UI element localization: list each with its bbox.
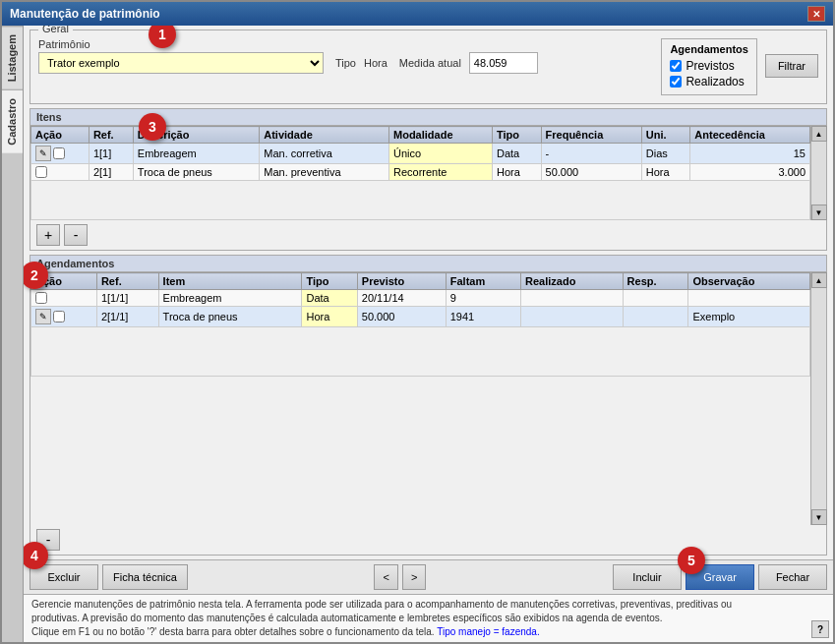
row2-modalidade: Recorrente — [389, 164, 493, 181]
row2-uni: Hora — [641, 164, 690, 181]
row1-antecedencia: 15 — [690, 144, 810, 164]
ag-edit-btn-2[interactable]: ✎ — [35, 309, 51, 324]
col-antecedencia: Antecedência — [690, 127, 810, 144]
patrimonio-select[interactable]: Trator exemplo — [38, 52, 324, 74]
agendamentos-table-wrapper: Ação Ref. Item Tipo Previsto Faltam Real… — [30, 272, 826, 525]
previstos-checkbox[interactable] — [670, 60, 682, 72]
sidebar-tab-listagem[interactable]: Listagem — [2, 26, 23, 89]
medida-label: Medida atual — [399, 57, 461, 69]
action-cell-2 — [35, 166, 85, 178]
ag-row2-resp — [623, 307, 688, 327]
status-link[interactable]: Tipo manejo = fazenda. — [437, 626, 539, 637]
realizados-checkbox[interactable] — [670, 76, 682, 88]
col-acao: Ação — [31, 127, 89, 144]
ag-col-ref: Ref. — [96, 273, 158, 290]
ag-row2-observacao: Exemplo — [688, 307, 810, 327]
row2-ref: 2[1] — [89, 164, 133, 181]
tipo-group: Tipo Hora Medida atual — [335, 52, 538, 74]
ag-row2-realizado — [521, 307, 624, 327]
status-line3-text: Clique em F1 ou no botão '?' desta barra… — [31, 626, 435, 637]
ag-col-previsto: Previsto — [357, 273, 446, 290]
row1-atividade: Man. corretiva — [260, 144, 389, 164]
row1-descricao: Embreagem — [133, 144, 259, 164]
medida-input[interactable] — [469, 52, 538, 74]
ag-row1-observacao — [688, 290, 810, 307]
next-button[interactable]: > — [402, 564, 426, 590]
scroll-down[interactable]: ▼ — [811, 205, 827, 220]
tipo-value: Hora — [364, 57, 388, 69]
items-remove-button[interactable]: - — [64, 224, 88, 246]
filtrar-button[interactable]: Filtrar — [765, 54, 818, 78]
main-content: Geral 1 Patrimônio Trator exemplo Tipo H… — [24, 26, 833, 642]
main-window: Manutenção de patrimônio ✕ Listagem Cada… — [0, 0, 835, 644]
status-line3: Clique em F1 ou no botão '?' desta barra… — [31, 625, 825, 639]
row2-frequencia: 50.000 — [541, 164, 641, 181]
ag-scroll-up[interactable]: ▲ — [811, 272, 827, 288]
ag-row1-acao — [31, 290, 97, 307]
filter-area: Agendamentos Previstos Realizados Filtra… — [661, 38, 818, 95]
items-scrollbar[interactable]: ▲ ▼ — [810, 126, 826, 220]
ag-row2-faltam: 1941 — [446, 307, 520, 327]
ag-row1-resp — [623, 290, 688, 307]
help-button[interactable]: ? — [811, 620, 829, 638]
row1-tipo: Data — [492, 144, 541, 164]
row2-tipo: Hora — [492, 164, 541, 181]
col-modalidade: Modalidade — [389, 127, 493, 144]
row1-ref: 1[1] — [89, 144, 133, 164]
agendamentos-table-container: Ação Ref. Item Tipo Previsto Faltam Real… — [30, 272, 810, 525]
ag-row1-ref: 1[1/1] — [96, 290, 158, 307]
ficha-button[interactable]: Ficha técnica — [102, 564, 188, 590]
row2-acao — [31, 164, 89, 181]
col-uni: Uni. — [641, 127, 690, 144]
row2-antecedencia: 3.000 — [690, 164, 810, 181]
status-bar: Gerencie manutenções de patrimônio nesta… — [24, 594, 833, 642]
footer-buttons: 5 Excluir Ficha técnica < > Incluir Grav… — [24, 559, 833, 594]
empty-row-ag — [31, 327, 810, 377]
realizados-row: Realizados — [670, 75, 747, 88]
ag-col-resp: Resp. — [623, 273, 688, 290]
scroll-up[interactable]: ▲ — [811, 126, 827, 142]
ag-row1-realizado — [521, 290, 624, 307]
agendamentos-scrollbar[interactable]: ▲ ▼ — [810, 272, 826, 525]
items-add-button[interactable]: + — [36, 224, 60, 246]
ag-row2-item: Troca de pneus — [158, 307, 302, 327]
ag-row1-item: Embreagem — [158, 290, 302, 307]
ag-col-faltam: Faltam — [446, 273, 520, 290]
edit-btn-1[interactable]: ✎ — [35, 146, 51, 161]
title-bar: Manutenção de patrimônio ✕ — [2, 2, 833, 26]
excluir-button[interactable]: Excluir — [30, 564, 98, 590]
badge-5: 5 — [678, 547, 705, 574]
check-2[interactable] — [35, 166, 47, 178]
items-bottom-buttons: + - — [30, 220, 826, 250]
ag-row1-tipo: Data — [302, 290, 357, 307]
ag-scroll-down[interactable]: ▼ — [811, 509, 827, 525]
agendamentos-header: Agendamentos — [30, 256, 826, 272]
ag-check-1[interactable] — [35, 292, 47, 304]
ag-row2-previsto: 50.000 — [357, 307, 446, 327]
ag-check-2[interactable] — [53, 311, 65, 322]
table-row: 1[1/1] Embreagem Data 20/11/14 9 — [31, 290, 810, 307]
items-section: 2 3 Itens Ação Ref. Descrição — [30, 108, 827, 251]
close-button[interactable]: ✕ — [807, 6, 825, 22]
row2-atividade: Man. preventiva — [260, 164, 389, 181]
sidebar-tab-cadastro[interactable]: Cadastro — [2, 89, 23, 153]
previstos-label: Previstos — [686, 59, 734, 73]
table-row: 2[1] Troca de pneus Man. preventiva Reco… — [31, 164, 810, 181]
geral-label: Geral — [38, 26, 73, 34]
col-frequencia: Frequência — [541, 127, 641, 144]
ag-action-1 — [35, 292, 92, 304]
incluir-button[interactable]: Incluir — [613, 564, 682, 590]
agendamentos-filter: Agendamentos Previstos Realizados — [661, 38, 756, 95]
window-body: Listagem Cadastro Geral 1 Patrimônio Tra… — [2, 26, 833, 642]
row1-acao: ✎ — [31, 144, 89, 164]
realizados-label: Realizados — [686, 75, 744, 88]
fechar-button[interactable]: Fechar — [758, 564, 827, 590]
ag-col-tipo: Tipo — [302, 273, 357, 290]
ag-col-item: Item — [158, 273, 302, 290]
agendamentos-table: Ação Ref. Item Tipo Previsto Faltam Real… — [30, 272, 810, 377]
row2-descricao: Troca de pneus — [133, 164, 259, 181]
agendamentos-bottom-buttons: - — [30, 525, 826, 555]
previstos-row: Previstos — [670, 59, 747, 73]
prev-button[interactable]: < — [374, 564, 397, 590]
check-1[interactable] — [53, 147, 65, 159]
